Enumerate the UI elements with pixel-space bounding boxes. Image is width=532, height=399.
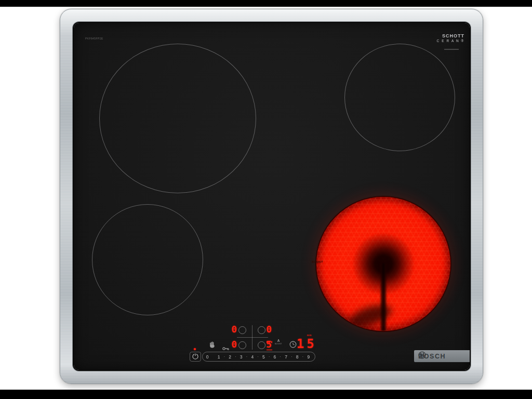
- power-icon: [192, 352, 198, 362]
- boost-function-label: A BOOST: [273, 339, 284, 345]
- schott-ceran-line2: C E R A N ®: [437, 39, 464, 43]
- level-dot: ·: [277, 355, 284, 358]
- letterbox-bottom: [0, 390, 532, 399]
- power-level-slider: 0 1 · 2 · 3 · 4 · 5 · 6 · 7 · 8 · 9: [202, 352, 315, 362]
- schott-ceran-line1: SCHOTT: [437, 34, 464, 39]
- bosch-emblem-icon: [418, 351, 426, 361]
- timer-display: 15: [297, 338, 317, 350]
- cooking-zone-front-left: [92, 204, 203, 315]
- power-level-7: 7: [284, 354, 289, 360]
- level-dot: ·: [300, 355, 306, 358]
- zone-select-rear-right: [258, 326, 265, 334]
- level-dot: ·: [233, 355, 239, 358]
- level-dot: ·: [221, 355, 228, 358]
- display-front-left: 0: [231, 340, 238, 349]
- cooktop-steel-frame: PKF645FP2E SCHOTT C E R A N ®: [60, 9, 483, 384]
- power-level-1: 1: [216, 354, 221, 360]
- timer-clock-icon: [289, 341, 297, 350]
- zone-boost-marking: BOOST: [312, 260, 323, 263]
- power-button: [190, 352, 201, 362]
- bosch-badge: BOSCH: [414, 350, 470, 362]
- cooking-zone-front-right-heating: [315, 196, 451, 332]
- heat-marker-icon: [267, 336, 272, 345]
- zone-select-front-right: [258, 341, 265, 349]
- status-indicator-dot: [194, 348, 196, 350]
- power-level-8: 8: [295, 354, 300, 360]
- zone-select-rear-left: [238, 326, 246, 334]
- cooking-zone-rear-right: [344, 44, 455, 151]
- zone-map-divider-horizontal: [237, 337, 268, 338]
- level-dot: ·: [255, 355, 261, 358]
- power-level-5: 5: [261, 354, 266, 360]
- cooking-zone-rear-left: [99, 44, 256, 193]
- selected-zone-underline: [267, 350, 272, 351]
- level-dot: ·: [266, 355, 272, 358]
- fine-print-text: [444, 49, 459, 50]
- schott-ceran-logo: SCHOTT C E R A N ®: [437, 34, 464, 43]
- power-level-4: 4: [250, 354, 255, 360]
- display-rear-left: 0: [231, 325, 238, 334]
- zone-select-front-left: [238, 341, 246, 349]
- power-level-0: 0: [205, 354, 210, 360]
- model-number: PKF645FP2E: [85, 37, 103, 40]
- level-dot: ·: [244, 355, 250, 358]
- display-rear-right: 0: [265, 325, 273, 334]
- level-dot: ·: [289, 355, 295, 358]
- boost-letter: A: [273, 339, 284, 343]
- product-photo: PKF645FP2E SCHOTT C E R A N ®: [0, 0, 532, 399]
- power-level-2: 2: [228, 354, 233, 360]
- pause-hand-icon: [209, 341, 215, 350]
- power-level-6: 6: [272, 354, 277, 360]
- power-level-9: 9: [306, 354, 311, 360]
- ceramic-glass-surface: PKF645FP2E SCHOTT C E R A N ®: [74, 23, 470, 370]
- power-level-3: 3: [238, 354, 244, 360]
- boost-text: BOOST: [273, 343, 284, 345]
- letterbox-top: [0, 0, 532, 7]
